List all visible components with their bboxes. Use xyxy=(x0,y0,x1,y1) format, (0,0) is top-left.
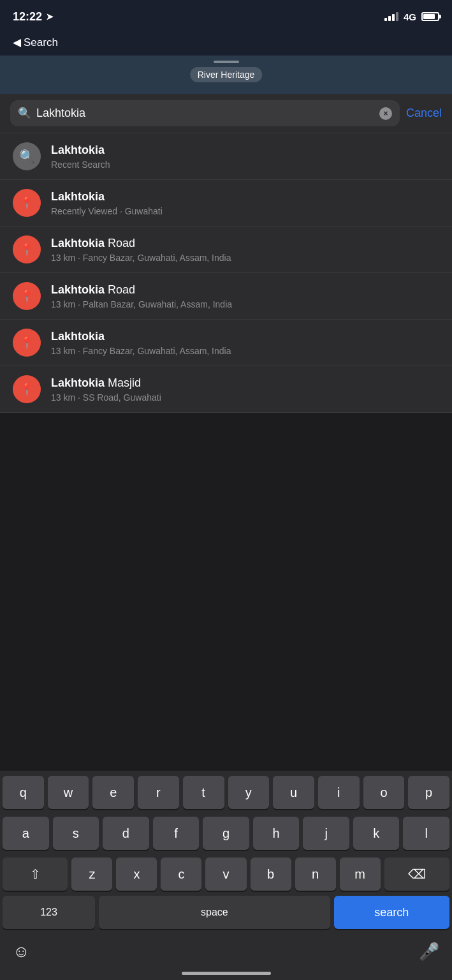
result-subtitle: 13 km · Fancy Bazar, Guwahati, Assam, In… xyxy=(51,346,439,356)
list-item[interactable]: 📍Lakhtokia13 km · Fancy Bazar, Guwahati,… xyxy=(0,320,452,366)
list-item[interactable]: 📍Lakhtokia Masjid13 km · SS Road, Guwaha… xyxy=(0,366,452,413)
pin-icon: 📍 xyxy=(13,375,41,403)
key-s[interactable]: s xyxy=(53,817,99,850)
signal-icon xyxy=(384,12,398,21)
mic-button[interactable]: 🎤 xyxy=(419,942,439,961)
result-text: Lakhtokia Masjid13 km · SS Road, Guwahat… xyxy=(51,376,439,402)
search-key[interactable]: search xyxy=(334,896,449,929)
key-h[interactable]: h xyxy=(253,817,300,850)
key-v[interactable]: v xyxy=(205,858,246,891)
keyboard: qwertyuiop asdfghjkl ⇧ zxcvbnm ⌫ 123 spa… xyxy=(0,771,452,980)
key-r[interactable]: r xyxy=(138,776,179,809)
keyboard-row-2: asdfghjkl xyxy=(0,812,452,852)
result-text: LakhtokiaRecently Viewed · Guwahati xyxy=(51,189,439,216)
search-glyph: 🔍 xyxy=(19,149,35,164)
key-d[interactable]: d xyxy=(103,817,149,850)
status-right: 4G xyxy=(384,11,439,22)
status-bar: 12:22 ➤ 4G xyxy=(0,0,452,33)
key-g[interactable]: g xyxy=(203,817,249,850)
key-u[interactable]: u xyxy=(273,776,314,809)
location-arrow-icon: ➤ xyxy=(46,11,54,22)
pin-icon: 📍 xyxy=(13,282,41,310)
battery-icon xyxy=(421,12,439,21)
pin-glyph: 📍 xyxy=(20,289,34,303)
emoji-bar: ☺ 🎤 xyxy=(0,937,452,967)
result-title: Lakhtokia Road xyxy=(51,283,439,297)
status-time: 12:22 ➤ xyxy=(13,10,54,24)
num-key[interactable]: 123 xyxy=(3,896,95,929)
home-indicator xyxy=(0,967,452,980)
key-m[interactable]: m xyxy=(340,858,381,891)
key-p[interactable]: p xyxy=(408,776,449,809)
emoji-button[interactable]: ☺ xyxy=(13,942,30,961)
back-label: Search xyxy=(24,36,58,49)
key-q[interactable]: q xyxy=(3,776,44,809)
result-subtitle: 13 km · Paltan Bazar, Guwahati, Assam, I… xyxy=(51,299,439,309)
search-bar[interactable]: 🔍 × Cancel xyxy=(0,94,452,133)
key-i[interactable]: i xyxy=(318,776,360,809)
list-item[interactable]: 📍Lakhtokia Road13 km · Paltan Bazar, Guw… xyxy=(0,273,452,320)
map-preview: River Heritage xyxy=(0,56,452,94)
key-f[interactable]: f xyxy=(153,817,200,850)
back-arrow-icon: ◀ xyxy=(13,36,21,49)
result-title: Lakhtokia Road xyxy=(51,236,439,251)
key-a[interactable]: a xyxy=(3,817,49,850)
drag-handle[interactable] xyxy=(214,61,239,63)
result-subtitle: Recent Search xyxy=(51,160,439,170)
list-item[interactable]: 📍Lakhtokia Road13 km · Fancy Bazar, Guwa… xyxy=(0,226,452,273)
space-key[interactable]: space xyxy=(99,896,330,929)
clear-button[interactable]: × xyxy=(379,107,392,120)
key-j[interactable]: j xyxy=(303,817,349,850)
recent-search-icon: 🔍 xyxy=(13,142,41,170)
keyboard-row-1: qwertyuiop xyxy=(0,771,452,812)
results-list: 🔍LakhtokiaRecent Search📍LakhtokiaRecentl… xyxy=(0,133,452,413)
pin-icon: 📍 xyxy=(13,235,41,264)
pin-glyph: 📍 xyxy=(20,382,34,396)
result-text: LakhtokiaRecent Search xyxy=(51,143,439,169)
keyboard-row-3: ⇧ zxcvbnm ⌫ xyxy=(0,852,452,893)
back-button[interactable]: ◀ Search xyxy=(13,36,439,49)
keyboard-bottom-row: 123 space search xyxy=(0,893,452,937)
result-subtitle: 13 km · SS Road, Guwahati xyxy=(51,392,439,403)
pin-icon: 📍 xyxy=(13,329,41,357)
list-item[interactable]: 📍LakhtokiaRecently Viewed · Guwahati xyxy=(0,180,452,226)
time-display: 12:22 xyxy=(13,10,42,24)
pin-icon: 📍 xyxy=(13,189,41,217)
shift-key[interactable]: ⇧ xyxy=(3,858,68,891)
key-z[interactable]: z xyxy=(71,858,112,891)
search-icon: 🔍 xyxy=(18,107,31,120)
result-title: Lakhtokia xyxy=(51,143,439,158)
delete-key[interactable]: ⌫ xyxy=(384,858,449,891)
key-c[interactable]: c xyxy=(161,858,201,891)
pin-glyph: 📍 xyxy=(20,336,34,350)
pin-glyph: 📍 xyxy=(20,196,34,210)
search-input-wrapper[interactable]: 🔍 × xyxy=(10,100,400,126)
key-x[interactable]: x xyxy=(116,858,157,891)
key-b[interactable]: b xyxy=(251,858,291,891)
key-y[interactable]: y xyxy=(228,776,270,809)
result-text: Lakhtokia13 km · Fancy Bazar, Guwahati, … xyxy=(51,329,439,355)
list-item[interactable]: 🔍LakhtokiaRecent Search xyxy=(0,133,452,180)
pin-glyph: 📍 xyxy=(20,242,34,256)
cancel-button[interactable]: Cancel xyxy=(406,107,442,120)
key-t[interactable]: t xyxy=(183,776,224,809)
key-l[interactable]: l xyxy=(403,817,449,850)
home-bar xyxy=(182,972,271,975)
result-title: Lakhtokia xyxy=(51,189,439,204)
key-o[interactable]: o xyxy=(363,776,405,809)
back-nav[interactable]: ◀ Search xyxy=(0,33,452,56)
search-input[interactable] xyxy=(36,107,374,120)
map-place-label: River Heritage xyxy=(190,67,262,82)
network-type: 4G xyxy=(404,11,416,22)
battery-fill xyxy=(423,14,435,19)
result-title: Lakhtokia Masjid xyxy=(51,376,439,390)
result-title: Lakhtokia xyxy=(51,329,439,344)
key-k[interactable]: k xyxy=(353,817,400,850)
result-subtitle: Recently Viewed · Guwahati xyxy=(51,206,439,216)
result-subtitle: 13 km · Fancy Bazar, Guwahati, Assam, In… xyxy=(51,253,439,263)
result-text: Lakhtokia Road13 km · Paltan Bazar, Guwa… xyxy=(51,283,439,309)
key-e[interactable]: e xyxy=(92,776,134,809)
key-n[interactable]: n xyxy=(295,858,336,891)
result-text: Lakhtokia Road13 km · Fancy Bazar, Guwah… xyxy=(51,236,439,262)
key-w[interactable]: w xyxy=(48,776,89,809)
